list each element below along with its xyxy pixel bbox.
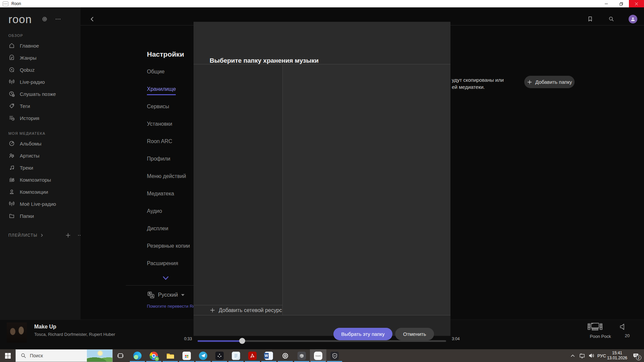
zone-selector[interactable]: Poon Pock: [587, 322, 614, 339]
tray-date: 13.01.2026: [604, 356, 631, 361]
widgets-weather-image[interactable]: [87, 350, 112, 362]
roon-logo: roon: [8, 13, 32, 25]
sidebar-item-live-radio[interactable]: Live-радио: [0, 76, 80, 88]
qobuz-icon: [8, 66, 15, 73]
duration-time: 3:04: [452, 337, 460, 341]
sidebar-playlists-row: ПЛЕЙЛИСТЫ: [0, 229, 80, 241]
bookmark-icon[interactable]: [587, 16, 594, 23]
seek-thumb[interactable]: [239, 338, 245, 344]
chevron-right-icon[interactable]: [40, 233, 44, 238]
start-button[interactable]: [0, 349, 15, 362]
tray-chevron-up-icon[interactable]: [568, 349, 577, 362]
storage-info-text: удут скопированы или ей медиатеки.: [452, 76, 504, 90]
sidebar-item-artists[interactable]: Артисты: [0, 149, 80, 162]
taskbar-icon-box-app[interactable]: [293, 349, 310, 362]
taskbar-icon-acrobat[interactable]: [244, 349, 261, 362]
elapsed-time: 0:33: [184, 337, 192, 341]
tracks-icon: [8, 164, 15, 171]
dialog-footer: Выбрать эту папку Отменить: [194, 315, 450, 336]
add-network-share-button[interactable]: Добавить сетевой ресурс: [194, 305, 283, 315]
sidebar-item-my-live-radio[interactable]: Моё Live-радио: [0, 198, 80, 210]
folder-tree-pane[interactable]: [194, 64, 283, 305]
dialog-title: Выберите папку хранения музыки: [210, 57, 319, 64]
sidebar-item-tags[interactable]: Теги: [0, 100, 80, 112]
sidebar-item-tracks[interactable]: Треки: [0, 162, 80, 174]
sidebar-item-genres[interactable]: Жанры: [0, 52, 80, 64]
folder-icon: [8, 213, 15, 219]
taskbar-icon-notepad[interactable]: [228, 349, 244, 362]
compositions-icon: [8, 188, 15, 195]
taskbar-icon-roon[interactable]: roon: [310, 349, 326, 362]
choose-folder-dialog: Выберите папку хранения музыки Добавить …: [194, 22, 450, 336]
track-title[interactable]: Make Up: [34, 324, 56, 330]
plus-icon: [210, 307, 215, 313]
task-view-icon[interactable]: [113, 349, 128, 362]
taskbar-icon-dark-app[interactable]: [211, 349, 228, 362]
artists-icon: [8, 152, 15, 159]
add-playlist-icon[interactable]: [65, 232, 71, 238]
more-options-icon[interactable]: [55, 16, 62, 23]
avatar[interactable]: [629, 15, 637, 23]
tag-icon: [8, 103, 15, 109]
sidebar-section-library: МОЯ МЕДИАТЕКА: [0, 131, 80, 135]
zone-name: Poon Pock: [587, 334, 614, 339]
maximize-button[interactable]: [614, 0, 629, 7]
magnifier-icon: [20, 353, 26, 359]
taskbar-icon-shield[interactable]: [326, 349, 343, 362]
hifi-system-icon: [587, 322, 614, 332]
taskbar-icon-store[interactable]: [178, 349, 195, 362]
translate-link[interactable]: Помогите перевести Roon: [147, 304, 200, 309]
add-folder-button[interactable]: Добавить папку: [524, 76, 575, 88]
close-button[interactable]: [629, 0, 644, 7]
home-icon: [8, 42, 15, 49]
sidebar-item-history[interactable]: История: [0, 112, 80, 124]
tray-network-icon[interactable]: [578, 349, 587, 362]
broadcast-icon: [8, 200, 15, 207]
taskbar-icon-word[interactable]: W: [261, 349, 277, 362]
broadcast-icon: [8, 78, 15, 85]
genre-icon: [8, 54, 15, 61]
gear-icon[interactable]: [41, 16, 49, 23]
track-artists[interactable]: Tosca, Richard Dorfmeister, Rupert Huber: [34, 332, 115, 337]
playlists-label[interactable]: ПЛЕЙЛИСТЫ: [8, 233, 38, 238]
tray-time: 15:41: [604, 351, 631, 356]
sidebar-item-qobuz[interactable]: Qobuz: [0, 64, 80, 76]
sidebar-item-listen-later[interactable]: Слушать позже: [0, 88, 80, 100]
taskbar-icon-edge[interactable]: [129, 349, 146, 362]
minimize-button[interactable]: [599, 0, 614, 7]
album-icon: [8, 140, 15, 147]
cancel-button[interactable]: Отменить: [395, 328, 434, 340]
back-icon[interactable]: [89, 16, 97, 23]
windows-taskbar: Поиск A: [0, 349, 644, 362]
tray-clock[interactable]: 15:41 13.01.2026: [604, 349, 631, 362]
sidebar-item-home[interactable]: Главное: [0, 40, 80, 52]
taskbar-icon-explorer[interactable]: [162, 349, 178, 362]
seek-fill: [198, 340, 242, 342]
volume-value: 20: [619, 333, 636, 338]
caret-down-icon: [181, 294, 185, 296]
search-icon[interactable]: [608, 16, 615, 23]
sidebar-section-overview: ОБЗОР: [0, 34, 80, 38]
taskbar-search-input[interactable]: Поиск: [15, 349, 113, 362]
volume-control[interactable]: 20: [619, 322, 636, 338]
tray-notification-icon[interactable]: 2: [629, 349, 643, 362]
search-label: Поиск: [30, 353, 43, 358]
sidebar-item-compositions[interactable]: Композиции: [0, 186, 80, 198]
taskbar-icon-settings[interactable]: [277, 349, 293, 362]
taskbar-icon-chrome[interactable]: A: [146, 349, 162, 362]
window-title: Roon: [11, 1, 21, 6]
album-art[interactable]: [7, 322, 27, 343]
sidebar-item-composers[interactable]: Композиторы: [0, 174, 80, 186]
chevron-down-icon[interactable]: [162, 276, 169, 281]
history-icon: [8, 115, 15, 121]
sidebar-item-albums[interactable]: Альбомы: [0, 137, 80, 149]
dialog-body: Добавить сетевой ресурс: [194, 64, 450, 315]
sidebar-item-folders[interactable]: Папки: [0, 210, 80, 222]
plus-icon: [527, 79, 532, 85]
select-folder-button[interactable]: Выбрать эту папку: [333, 328, 392, 340]
language-selector[interactable]: Русский: [147, 291, 185, 299]
taskbar-icon-telegram[interactable]: [195, 349, 211, 362]
seek-bar[interactable]: [198, 340, 446, 342]
translate-icon: [147, 291, 155, 299]
folder-list-pane[interactable]: [283, 64, 450, 315]
